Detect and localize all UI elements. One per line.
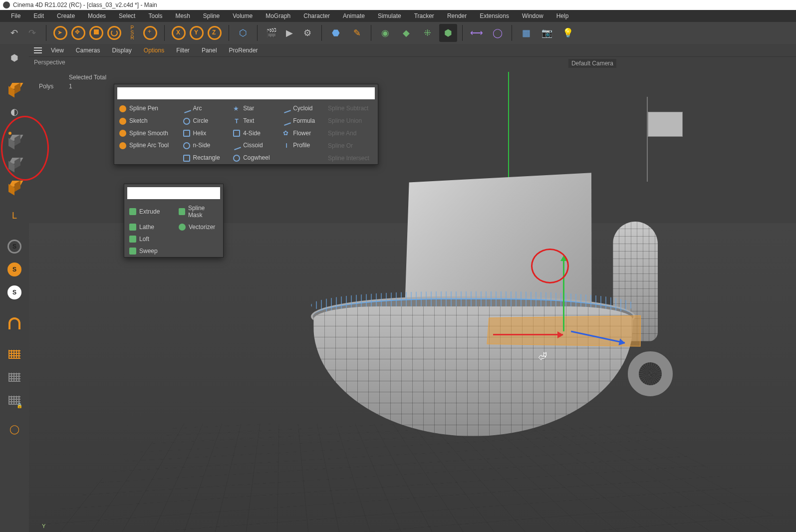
model-mode[interactable] bbox=[4, 79, 24, 99]
redo-button[interactable]: ↷ bbox=[23, 24, 41, 42]
gizmo-x-axis[interactable] bbox=[493, 334, 563, 335]
menu-create[interactable]: Create bbox=[51, 11, 81, 21]
vp-menu-filter[interactable]: Filter bbox=[171, 45, 195, 55]
workplane[interactable] bbox=[4, 367, 24, 387]
add-spline[interactable]: ✎ bbox=[348, 24, 366, 42]
spline-4side[interactable]: 4-Side bbox=[228, 127, 278, 140]
undo-button[interactable]: ↶ bbox=[5, 24, 23, 42]
viewport-solo-off[interactable]: S bbox=[4, 237, 24, 257]
spline-helix[interactable]: Helix bbox=[178, 127, 229, 140]
vp-menu-cameras[interactable]: Cameras bbox=[71, 45, 105, 55]
menu-select[interactable]: Select bbox=[113, 11, 141, 21]
x-axis-lock[interactable]: X bbox=[170, 24, 188, 42]
subdiv-surface[interactable]: ◉ bbox=[376, 24, 394, 42]
spline-smooth[interactable]: Spline Smooth bbox=[114, 127, 178, 140]
rotate-tool[interactable] bbox=[105, 24, 123, 42]
spline-nside[interactable]: n-Side bbox=[178, 139, 229, 152]
spline-text[interactable]: TText bbox=[228, 115, 278, 127]
spline-popup-search[interactable] bbox=[117, 87, 375, 99]
vp-menu-display[interactable]: Display bbox=[107, 45, 136, 55]
move-tool[interactable]: ✥ bbox=[69, 24, 87, 42]
spline-circle[interactable]: Circle bbox=[178, 115, 229, 127]
menu-modes[interactable]: Modes bbox=[82, 11, 112, 21]
menu-volume[interactable]: Volume bbox=[227, 11, 259, 21]
spline-and: Spline And bbox=[323, 127, 378, 140]
spline-cogwheel[interactable]: Cogwheel bbox=[228, 152, 278, 164]
place-tool[interactable]: + bbox=[141, 24, 159, 42]
texture-mode[interactable]: ◐ bbox=[4, 102, 24, 122]
floor[interactable]: ▦ bbox=[517, 24, 535, 42]
vp-menu-view[interactable]: View bbox=[46, 45, 69, 55]
bend-deformer[interactable]: ⟷ bbox=[468, 24, 486, 42]
z-axis-lock[interactable]: Z bbox=[206, 24, 224, 42]
render-view[interactable]: 🎬 bbox=[263, 24, 280, 42]
cloner[interactable]: ⁜ bbox=[418, 24, 436, 42]
gen-lathe[interactable]: Lathe bbox=[124, 221, 174, 233]
polygon-mode[interactable] bbox=[4, 177, 24, 197]
add-cube[interactable]: ⬣ bbox=[327, 24, 345, 42]
spline-arc[interactable]: Arc bbox=[178, 102, 229, 115]
menu-simulate[interactable]: Simulate bbox=[372, 11, 407, 21]
menu-extensions[interactable]: Extensions bbox=[474, 11, 515, 21]
vp-menu-prorender[interactable]: ProRender bbox=[224, 45, 263, 55]
extrude-gen[interactable]: ◆ bbox=[397, 24, 415, 42]
gen-vectorizer[interactable]: Vectorizer bbox=[174, 221, 223, 233]
spline-star[interactable]: ★Star bbox=[228, 102, 278, 115]
point-mode[interactable] bbox=[4, 131, 24, 151]
field[interactable]: ◯ bbox=[489, 24, 507, 42]
selection-stats: Selected Total Polys1 bbox=[39, 74, 106, 92]
viewport[interactable]: View Cameras Display Options Filter Pane… bbox=[29, 44, 796, 532]
spline-pen[interactable]: Spline Pen bbox=[114, 102, 178, 115]
vp-menu-options[interactable]: Options bbox=[139, 45, 169, 55]
spline-cycloid[interactable]: Cycloid bbox=[278, 102, 323, 115]
menu-spline[interactable]: Spline bbox=[197, 11, 226, 21]
scale-tool[interactable] bbox=[87, 24, 105, 42]
spline-formula[interactable]: Formula bbox=[278, 115, 323, 127]
menu-file[interactable]: File bbox=[5, 11, 26, 21]
viewport-solo-hier[interactable]: S bbox=[4, 282, 24, 302]
mode-toolbar: ⬢ ◐ L S S S 🔒 ◯ bbox=[0, 44, 29, 532]
gen-spline-mask[interactable]: Spline Mask bbox=[174, 202, 223, 221]
spline-rectangle[interactable]: Rectangle bbox=[178, 152, 229, 164]
spline-profile[interactable]: IProfile bbox=[278, 139, 323, 152]
menu-edit[interactable]: Edit bbox=[27, 11, 50, 21]
menu-tools[interactable]: Tools bbox=[142, 11, 168, 21]
spline-cissoid[interactable]: Cissoid bbox=[228, 139, 278, 152]
y-axis-lock[interactable]: Y bbox=[188, 24, 206, 42]
spline-flower[interactable]: ✿Flower bbox=[278, 127, 323, 140]
texture-axis[interactable]: ◯ bbox=[4, 419, 24, 439]
generator-popup-search[interactable] bbox=[127, 187, 220, 199]
spline-sketch[interactable]: Sketch bbox=[114, 115, 178, 127]
menu-tracker[interactable]: Tracker bbox=[408, 11, 440, 21]
gen-sweep[interactable]: Sweep bbox=[124, 245, 174, 257]
menu-mesh[interactable]: Mesh bbox=[169, 11, 196, 21]
menu-render[interactable]: Render bbox=[441, 11, 473, 21]
menu-character[interactable]: Character bbox=[297, 11, 336, 21]
gen-loft[interactable]: Loft bbox=[124, 233, 174, 245]
menu-window[interactable]: Window bbox=[516, 11, 549, 21]
menu-mograph[interactable]: MoGraph bbox=[260, 11, 296, 21]
snap-toggle[interactable] bbox=[4, 313, 24, 333]
cube-primitive[interactable]: ⬡ bbox=[234, 24, 252, 42]
psr-tool[interactable]: PSR bbox=[123, 24, 141, 42]
workplane-lock-icon[interactable]: 🔒 bbox=[4, 390, 24, 410]
spline-arc-tool[interactable]: Spline Arc Tool bbox=[114, 139, 178, 152]
gizmo-y-axis[interactable] bbox=[563, 257, 564, 331]
light[interactable]: 💡 bbox=[559, 24, 577, 42]
viewport-hamburger-icon[interactable] bbox=[32, 45, 44, 55]
live-select-tool[interactable]: ➤ bbox=[51, 24, 69, 42]
menu-animate[interactable]: Animate bbox=[337, 11, 371, 21]
workplane-locked[interactable] bbox=[4, 344, 24, 364]
render-settings[interactable]: ⚙ bbox=[298, 24, 316, 42]
edge-mode[interactable] bbox=[4, 154, 24, 174]
menu-help[interactable]: Help bbox=[550, 11, 575, 21]
viewport-solo-single[interactable]: S bbox=[4, 260, 24, 279]
render-pv[interactable]: ▶ bbox=[280, 24, 298, 42]
camera[interactable]: 📷 bbox=[538, 24, 556, 42]
axis-label-y: Y bbox=[42, 523, 45, 529]
volume-builder[interactable]: ⬢ bbox=[439, 24, 457, 42]
gen-extrude[interactable]: Extrude bbox=[124, 202, 174, 221]
vp-menu-panel[interactable]: Panel bbox=[197, 45, 222, 55]
axis-mode[interactable]: L bbox=[4, 206, 24, 226]
make-editable[interactable]: ⬢ bbox=[4, 48, 24, 68]
